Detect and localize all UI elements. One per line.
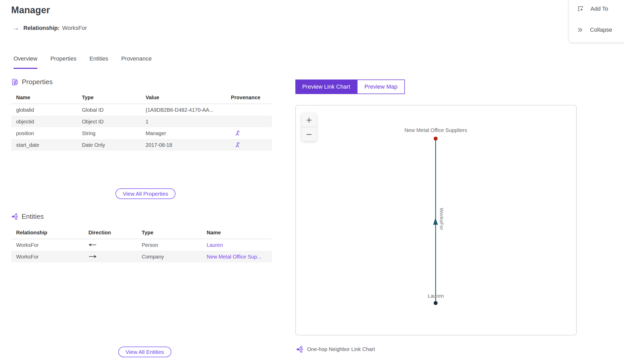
zoom-control: + − [302,113,316,141]
breadcrumb: → Relationship: WorksFor [12,24,87,31]
col-header-relationship: Relationship [16,230,47,236]
preview-map-tab[interactable]: Preview Map [357,80,405,94]
direction-left-arrow-icon: ← [88,241,94,249]
table-row: WorksFor → Company New Metal Office Sup.… [11,251,272,262]
property-name: objectid [16,118,34,124]
property-value: Manager [146,130,166,136]
entities-table-header: Relationship Direction Type Name [11,227,272,239]
provenance-flag-icon[interactable] [234,142,240,148]
view-all-entities-button[interactable]: View All Entities [118,347,171,357]
entity-name-link[interactable]: Lauren [207,242,223,248]
properties-section-heading: Properties [11,78,53,86]
table-row: start_date Date Only 2017-08-18 [11,139,272,151]
property-name: position [16,130,34,136]
properties-table-header: Name Type Value Provenance [11,93,272,104]
col-header-name: Name [16,95,30,101]
property-name: start_date [16,142,39,148]
page-title: Manager [11,5,50,16]
tab-entities[interactable]: Entities [89,55,108,69]
property-value: 1 [146,118,148,124]
col-header-type: Type [82,95,94,101]
zoom-out-button[interactable]: − [302,127,316,141]
one-hop-graph-icon [296,346,303,353]
entity-relationship: WorksFor [16,242,38,248]
add-to-button[interactable]: Add To [577,5,608,12]
table-row: globalid Global ID {1A9DB2B6-D482-4170-A… [11,104,272,116]
link-chart-canvas[interactable]: + − New Metal Office Suppliers WorksFor … [295,105,577,335]
edge-label: WorksFor [439,208,444,230]
entities-graph-icon [11,213,18,220]
tab-properties[interactable]: Properties [50,55,76,69]
table-row: position String Manager [11,127,272,139]
preview-link-chart-tab[interactable]: Preview Link Chart [295,80,357,94]
property-type: Global ID [82,107,103,113]
entities-section-heading: Entities [11,213,44,221]
entities-table: Relationship Direction Type Name WorksFo… [11,227,272,262]
node-person[interactable] [434,301,438,305]
add-to-icon [577,5,584,12]
entity-relationship: WorksFor [16,254,38,260]
properties-table: Name Type Value Provenance globalid Glob… [11,93,272,151]
view-all-properties-button[interactable]: View All Properties [115,188,176,199]
edge-arrowhead-icon [433,218,438,225]
provenance-flag-icon[interactable] [234,130,240,136]
property-value: 2017-08-18 [146,142,172,148]
node-label-person: Lauren [371,293,501,299]
direction-right-arrow-icon: → [88,253,94,260]
tab-bar: Overview Properties Entities Provenance [14,55,152,69]
property-type: String [82,130,95,136]
properties-icon [11,78,18,86]
entity-type: Person [142,242,158,248]
col-header-value: Value [146,95,159,101]
chart-caption-label: One-hop Neighbor Link Chart [307,346,375,352]
action-card: Add To Collapse [569,0,624,42]
col-header-direction: Direction [88,230,111,236]
entity-name-link[interactable]: New Metal Office Sup... [207,254,261,260]
entities-heading-label: Entities [22,213,44,221]
relationship-arrow-icon: → [12,24,19,31]
property-type: Object ID [82,118,103,124]
collapse-label: Collapse [590,27,612,33]
double-chevron-right-icon [577,27,584,33]
properties-heading-label: Properties [22,78,53,86]
property-value: {1A9DB2B6-D482-4170-AA... [146,107,213,113]
preview-toggle: Preview Link Chart Preview Map [295,80,405,94]
table-row: objectid Object ID 1 [11,116,272,127]
relationship-value: WorksFor [62,25,87,31]
node-label-company: New Metal Office Suppliers [371,127,501,133]
table-row: WorksFor ← Person Lauren [11,239,272,251]
property-name: globalid [16,107,34,113]
col-header-name: Name [207,230,221,236]
col-header-type: Type [142,230,153,236]
add-to-label: Add To [590,5,608,12]
chart-caption: One-hop Neighbor Link Chart [296,346,375,353]
relationship-label: Relationship: [23,25,60,31]
property-type: Date Only [82,142,105,148]
zoom-in-button[interactable]: + [302,113,316,127]
col-header-provenance: Provenance [231,95,260,101]
entity-type: Company [142,254,164,260]
tab-provenance[interactable]: Provenance [121,55,152,69]
tab-overview[interactable]: Overview [14,55,37,69]
collapse-button[interactable]: Collapse [577,27,612,33]
